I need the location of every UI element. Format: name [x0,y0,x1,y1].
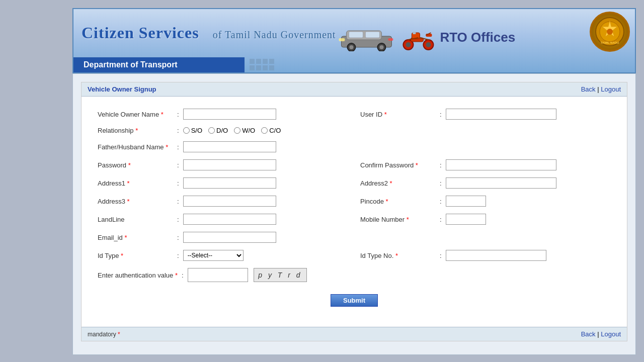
form-body: Vehicle Owner Name * : User ID * : [82,97,627,327]
form-row-4: Password * : Confirm Password * : [98,159,611,170]
auth-input[interactable] [188,268,248,282]
form-row-8: Email_id * : [98,232,611,243]
vehicle-owner-name-field: Vehicle Owner Name * : [98,109,348,120]
user-id-input[interactable] [446,109,556,120]
confirm-password-input[interactable] [446,159,556,170]
address3-required: * [127,198,130,205]
address2-required: * [390,179,392,187]
radio-co-input[interactable] [261,127,268,134]
colon-ll: : [177,216,179,223]
page-title: Vehicle Owner Signup [88,85,156,93]
colon-it: : [177,252,179,259]
colon-a3: : [177,198,179,205]
id-type-no-input[interactable] [446,250,546,261]
form-row-6: Address3 * : Pincode * : [98,196,611,207]
father-husband-input[interactable] [183,141,276,152]
radio-co[interactable]: C/O [261,127,281,134]
svg-rect-8 [339,38,345,41]
address3-input[interactable] [183,196,276,207]
pincode-label-text: Pincode [360,198,384,205]
colon-cpw: : [440,161,442,169]
landline-label-text: LandLine [98,216,125,223]
colon-r: : [177,127,179,134]
mandatory-star: * [118,331,120,338]
relationship-label-text: Relationship [98,127,134,134]
father-husband-label: Father/Husband Name * [98,143,173,151]
logout-link-bottom[interactable]: Logout [601,330,621,338]
address2-field: Address2 * : [360,177,611,189]
form-container: Vehicle Owner Signup Back | Logout Vehic… [81,82,627,341]
svg-point-7 [379,45,383,49]
radio-so-input[interactable] [183,127,190,134]
form-row-9: Id Type * : --Select-- Aadhar PAN Voter … [98,250,611,261]
form-row-1: Vehicle Owner Name * : User ID * : [98,109,611,120]
mobile-required: * [407,216,409,223]
footer-bar: mandatory * Back | Logout [82,327,627,341]
back-link-bottom[interactable]: Back [581,330,596,338]
radio-do[interactable]: D/O [208,127,228,134]
mobile-number-label: Mobile Number * [360,216,436,223]
relationship-field: Relationship * : S/O D/O [98,127,348,134]
svg-point-24 [607,29,613,35]
address1-field: Address1 * : [98,177,348,189]
radio-do-input[interactable] [208,127,215,134]
address2-label-text: Address2 [360,179,388,187]
vehicle-owner-name-required: * [161,111,164,118]
svg-rect-19 [426,34,432,37]
form-row-5: Address1 * : Address2 * : [98,177,611,189]
vehicle-owner-name-input[interactable] [183,109,276,120]
email-input[interactable] [183,232,276,243]
landline-input[interactable] [183,214,276,225]
colon-1: : [177,111,179,118]
confirm-password-field: Confirm Password * : [360,159,611,170]
submit-button[interactable]: Submit [331,294,378,307]
mandatory-text: mandatory * [88,331,120,338]
landline-label: LandLine [98,216,173,223]
title-bar: Vehicle Owner Signup Back | Logout [82,82,627,97]
colon-pin: : [440,198,442,205]
logout-link-top[interactable]: Logout [601,85,621,93]
emblem: TAMIL NADU [590,12,630,52]
radio-wo-input[interactable] [234,127,240,134]
id-type-label-text: Id Type [98,252,119,259]
address2-input[interactable] [446,177,556,189]
mobile-number-label-text: Mobile Number [360,216,405,223]
address1-input[interactable] [183,177,276,189]
svg-point-5 [349,45,353,49]
id-type-select[interactable]: --Select-- Aadhar PAN Voter ID Passport … [183,250,244,261]
password-label: Password * [98,161,173,169]
vehicle-owner-name-label-text: Vehicle Owner Name [98,111,159,118]
father-husband-label-text: Father/Husband Name [98,143,164,151]
department-subtitle: Department of Transport [73,57,245,72]
id-type-no-required: * [395,252,398,259]
form-row-10: Enter authentication value * : p y T r d [98,268,611,282]
address3-label: Address3 * [98,198,173,205]
auth-field: Enter authentication value * : p y T r d [98,268,348,282]
password-input[interactable] [183,159,276,170]
pincode-label: Pincode * [360,198,436,205]
pincode-required: * [386,198,388,205]
relationship-label: Relationship * [98,127,173,134]
back-link-top[interactable]: Back [581,85,596,93]
id-type-no-field: Id Type No. * : [360,250,611,261]
car-icon [336,24,396,51]
password-required: * [128,161,131,169]
user-id-required: * [384,111,387,118]
vehicle-owner-name-label: Vehicle Owner Name * [98,111,173,118]
radio-wo[interactable]: W/O [234,127,255,134]
mobile-input[interactable] [446,214,486,225]
pincode-input[interactable] [446,196,486,207]
colon-auth: : [182,272,184,279]
captcha-display: p y T r d [254,268,306,282]
id-type-no-label: Id Type No. * [360,252,436,259]
vehicles-area: RTO Offices [336,24,515,51]
address3-label-text: Address3 [98,198,125,205]
email-field: Email_id * : [98,232,348,243]
radio-do-label: D/O [216,127,228,134]
colon-mob: : [440,216,442,223]
address1-label: Address1 * [98,179,173,187]
radio-so[interactable]: S/O [183,127,202,134]
pincode-field: Pincode * : [360,196,611,207]
colon-pw: : [177,161,179,169]
auth-label: Enter authentication value * [98,272,178,279]
